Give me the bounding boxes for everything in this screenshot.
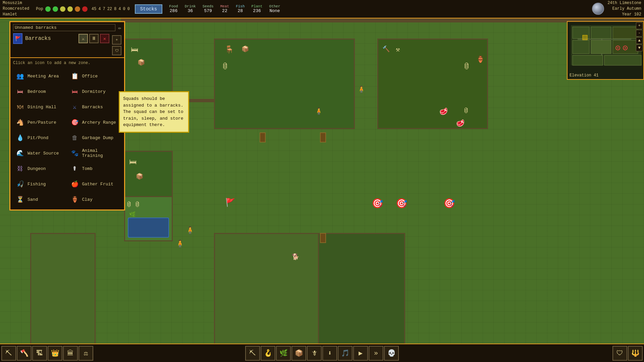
bed-obj2: 🛏 bbox=[129, 158, 137, 167]
fruit-icon: 🍎 bbox=[69, 179, 80, 189]
zone-item-bedroom[interactable]: 🛏 Bedroom bbox=[13, 84, 67, 99]
svg-point-14 bbox=[617, 47, 619, 49]
tool-dig[interactable]: ⛏ bbox=[1, 346, 16, 361]
settlement-name: Mosuszim bbox=[3, 0, 29, 6]
add-soldier-button[interactable]: + bbox=[112, 35, 121, 45]
zone-item-animal[interactable]: 🐾 Animal Training bbox=[68, 146, 122, 161]
settlement-size: Hamlet bbox=[3, 12, 29, 17]
pop-content-icon bbox=[53, 6, 58, 12]
meat-storage: 🥩 bbox=[439, 107, 448, 116]
character2: 🧍 bbox=[315, 107, 323, 116]
fishing-label: Fishing bbox=[28, 182, 46, 187]
cancel-button[interactable]: ✕ bbox=[100, 34, 109, 43]
center-tool-sword[interactable]: 🗡 bbox=[307, 346, 322, 361]
center-tools: ⛏ 🪝 🌿 📦 🗡 ⬇ 🎵 ▶ » 💀 bbox=[245, 346, 399, 361]
zone-item-office[interactable]: 📋 Office bbox=[68, 69, 122, 83]
center-tool-music[interactable]: 🎵 bbox=[338, 346, 353, 361]
zone-item-tomb[interactable]: ⚰ Tomb bbox=[68, 161, 122, 176]
pop-neutral-icon bbox=[60, 6, 65, 12]
water-label: Water Source bbox=[28, 151, 59, 156]
center-tool-play[interactable]: ▶ bbox=[353, 346, 368, 361]
minimap-zoom-out[interactable]: - bbox=[636, 30, 643, 37]
meeting-label: Meeting Area bbox=[28, 74, 59, 79]
sword-button[interactable]: ⚔ bbox=[78, 34, 88, 43]
tool-nobles[interactable]: 👑 bbox=[48, 346, 62, 361]
archery-icon: 🎯 bbox=[69, 117, 80, 128]
tool-justice[interactable]: ⚖ bbox=[78, 346, 93, 361]
right-tool-shield[interactable]: 🛡 bbox=[612, 346, 627, 361]
stocks-button[interactable]: Stocks bbox=[135, 4, 162, 14]
tool-obj1: 🔨 bbox=[382, 45, 390, 53]
barracks-name-input[interactable] bbox=[13, 24, 115, 31]
pop-v2: 7 bbox=[103, 7, 105, 11]
zone-item-meeting[interactable]: 👥 Meeting Area bbox=[13, 69, 67, 83]
seeds-resource: Seeds 579 bbox=[203, 4, 214, 13]
center-tool-plant[interactable]: 🌿 bbox=[276, 346, 291, 361]
door3 bbox=[320, 233, 326, 243]
shield-button[interactable]: 🛡 bbox=[112, 46, 121, 55]
pond-water bbox=[128, 218, 169, 238]
other-resource: Other None bbox=[269, 4, 280, 13]
tool-zones[interactable]: 🏛 bbox=[63, 346, 78, 361]
other-label: Other bbox=[269, 4, 280, 8]
drink-value: 36 bbox=[187, 8, 193, 13]
date-line1: 24th Limestone bbox=[607, 0, 641, 6]
zone-item-archery[interactable]: 🎯 Archery Range bbox=[68, 115, 122, 130]
drink-resource: Drink 36 bbox=[185, 4, 196, 13]
meat-value: 22 bbox=[222, 8, 227, 13]
bedroom-label: Bedroom bbox=[28, 89, 46, 94]
pop-total: 45 bbox=[92, 7, 96, 11]
zone-item-dungeon[interactable]: ⛓ Dungeon bbox=[13, 161, 67, 176]
zone-item-barracks[interactable]: ⚔ Barracks bbox=[68, 100, 122, 114]
population-display: Pop 45 4 7 22 8 4 0 0 bbox=[36, 6, 130, 12]
room-bottom-left bbox=[30, 233, 96, 344]
center-tool-hook[interactable]: 🪝 bbox=[261, 346, 275, 361]
date-display: 24th Limestone Early Autumn Year 102 bbox=[607, 0, 641, 17]
room-top-right bbox=[377, 39, 488, 129]
pop-v4: 8 bbox=[114, 7, 116, 11]
fish-resource: Fish 28 bbox=[236, 4, 245, 13]
zone-item-dormitory[interactable]: 🛏 Dormitory bbox=[68, 84, 122, 99]
zone-item-dining[interactable]: 🍽 Dining Hall bbox=[13, 100, 67, 114]
right-tool-trident[interactable]: 🔱 bbox=[628, 346, 643, 361]
zone-item-fruit[interactable]: 🍎 Gather Fruit bbox=[68, 177, 122, 191]
zone-item-sand[interactable]: ⏳ Sand bbox=[13, 192, 67, 207]
minimap-zoom-in[interactable]: + bbox=[636, 22, 643, 29]
center-tool-fast[interactable]: » bbox=[369, 346, 383, 361]
pot-obj1: 🏺 bbox=[476, 55, 485, 64]
zone-item-water[interactable]: 🌊 Water Source bbox=[13, 146, 67, 161]
office-label: Office bbox=[82, 74, 98, 79]
center-tool-down[interactable]: ⬇ bbox=[322, 346, 337, 361]
zone-item-pen[interactable]: 🐴 Pen/Pasture bbox=[13, 115, 67, 130]
minimap-controls: + - ▲ ▼ bbox=[636, 22, 643, 51]
flag-obj: 🚩 bbox=[225, 198, 235, 207]
minimap-move-up[interactable]: ▲ bbox=[636, 37, 643, 44]
zone-item-fishing[interactable]: 🎣 Fishing bbox=[13, 177, 67, 191]
center-tool-pick[interactable]: ⛏ bbox=[245, 346, 260, 361]
animal1: 🐕 bbox=[292, 253, 299, 260]
barrel-pond1: 🛢 bbox=[126, 201, 132, 208]
center-tool-skull[interactable]: 💀 bbox=[384, 346, 399, 361]
pit-icon: 💧 bbox=[15, 132, 25, 143]
meat-label: Meat bbox=[220, 4, 229, 8]
dining-icon: 🍽 bbox=[15, 102, 25, 112]
pop-v7: 0 bbox=[127, 7, 130, 11]
clay-icon: 🏺 bbox=[69, 194, 80, 205]
zone-item-pit[interactable]: 💧 Pit/Pond bbox=[13, 130, 67, 145]
minimap-move-down[interactable]: ▼ bbox=[636, 45, 643, 51]
center-tool-box[interactable]: 📦 bbox=[291, 346, 306, 361]
character4: 🧍 bbox=[175, 240, 184, 249]
room-bottom-center bbox=[214, 233, 321, 344]
pause-button[interactable]: ⏸ bbox=[89, 34, 99, 43]
bottom-toolbar: ⛏ 🪓 🏗 👑 🏛 ⚖ ⛏ 🪝 🌿 📦 🗡 ⬇ 🎵 ▶ » 💀 🛡 🔱 bbox=[0, 344, 644, 362]
clay-label: Clay bbox=[82, 197, 93, 202]
tool-build[interactable]: 🏗 bbox=[32, 346, 47, 361]
tool-chop[interactable]: 🪓 bbox=[17, 346, 32, 361]
tomb-icon: ⚰ bbox=[69, 163, 80, 174]
barracks-extra-controls: + 🛡 bbox=[112, 35, 121, 55]
zone-item-clay[interactable]: 🏺 Clay bbox=[68, 192, 122, 207]
barracks-controls: ⚔ ⏸ ✕ bbox=[78, 34, 109, 43]
zone-item-garbage[interactable]: 🗑 Garbage Dump bbox=[68, 130, 122, 145]
barracks-tooltip: Squads should be assigned to a barracks.… bbox=[119, 91, 189, 133]
archery-target3: 🎯 bbox=[443, 198, 455, 209]
